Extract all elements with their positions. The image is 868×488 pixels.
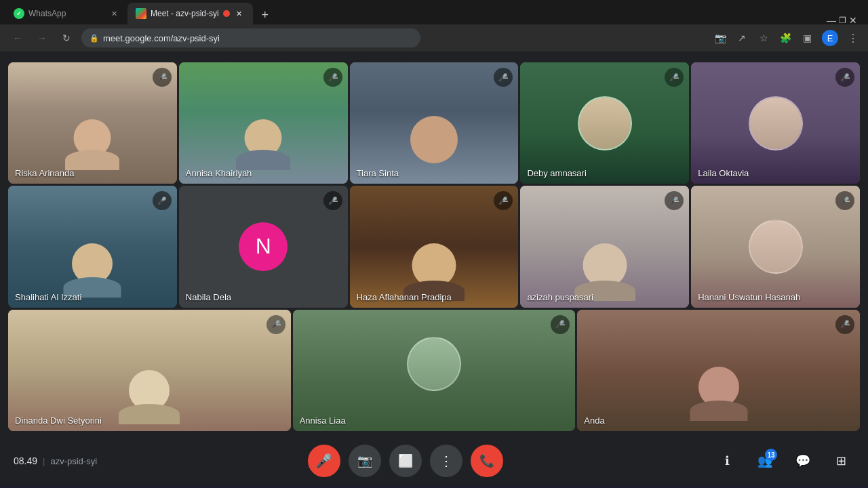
tile-annisa-k: 🎤̶ Annisa Khairiyah xyxy=(179,62,348,184)
participants-badge: 13 xyxy=(765,449,777,461)
tile-nabila: N 🎤̶ Nabila Dela xyxy=(179,186,348,307)
tile-shalihati: 🎤 Shalihati Al Izzati xyxy=(8,186,177,307)
chat-icon: 💬 xyxy=(795,453,810,468)
meeting-info: 08.49 | azv-psid-syi xyxy=(14,455,97,466)
tile-haza: 🎤̶ Haza Aflahanan Pradipa xyxy=(350,186,519,307)
url-text: meet.google.com/azv-psid-syi xyxy=(103,33,412,43)
end-call-button[interactable]: 📞 xyxy=(471,445,503,477)
controls-center: 🎤 📷 ⬜ ⋮ 📞 xyxy=(97,445,713,477)
name-hanani: Hanani Uswatun Hasanah xyxy=(698,292,800,302)
browser-toolbar: 📷 ↗ ☆ 🧩 ▣ E ⋮ xyxy=(713,30,860,46)
name-annisa-k: Annisa Khairiyah xyxy=(186,168,252,178)
extension-icon[interactable]: 🧩 xyxy=(778,31,792,45)
tile-riska: 🎤̶ Riska Arinanda xyxy=(8,62,177,184)
meeting-time: 08.49 xyxy=(14,455,37,466)
recording-indicator xyxy=(223,10,230,17)
restore-button[interactable]: ❐ xyxy=(838,16,846,24)
share-icon[interactable]: ↗ xyxy=(735,31,749,45)
taskbar: 🔍 ⊞ 🌐 📁 🛡 🔵 📂 🟧 ☀ 28°C Kabut ▲ 📶 🔊 🔋 8:4… xyxy=(0,485,868,488)
tile-hanani: 🎤̶ Hanani Uswatun Hasanah xyxy=(691,186,860,307)
time-divider: | xyxy=(43,456,45,466)
mic-off-badge-nabila: 🎤̶ xyxy=(323,191,342,210)
more-options-button[interactable]: ⋮ xyxy=(430,445,462,477)
tab-bar: ✓ WhatsApp ✕ Meet - azv-psid-syi ✕ + — ❐… xyxy=(0,0,868,24)
name-laila: Laila Oktavia xyxy=(698,168,749,178)
mic-off-badge-annisa-k: 🎤̶ xyxy=(323,68,342,87)
name-dinanda: Dinanda Dwi Setyorini xyxy=(15,415,102,426)
tile-tiara: 🎤̶ Tiara Sinta xyxy=(350,62,519,184)
tile-anda: 🎤̶ Anda xyxy=(577,310,860,431)
close-window-button[interactable]: ✕ xyxy=(849,16,857,24)
minimize-button[interactable]: — xyxy=(827,16,835,24)
video-grid: 🎤̶ Riska Arinanda 🎤̶ Annisa Khairiyah 🎤̶… xyxy=(0,52,868,436)
forward-button[interactable]: → xyxy=(33,28,52,47)
cast-icon[interactable]: 📷 xyxy=(713,31,727,45)
whatsapp-tab-close[interactable]: ✕ xyxy=(108,8,119,19)
meet-tab-title: Meet - azv-psid-syi xyxy=(151,9,219,18)
present-icon: ⬜ xyxy=(398,453,413,468)
participants-button[interactable]: 👥 13 xyxy=(751,447,778,474)
meet-container: 🎤̶ Riska Arinanda 🎤̶ Annisa Khairiyah 🎤̶… xyxy=(0,52,868,485)
bookmark-icon[interactable]: ☆ xyxy=(757,31,770,45)
mic-off-badge-annisa-liaa: 🎤̶ xyxy=(551,315,570,334)
lock-icon: 🔒 xyxy=(90,34,99,43)
name-nabila: Nabila Dela xyxy=(186,292,231,302)
browser-chrome: ✓ WhatsApp ✕ Meet - azv-psid-syi ✕ + — ❐… xyxy=(0,0,868,52)
tile-annisa-liaa: 🎤̶ Annisa Liaa xyxy=(293,310,576,431)
grid-row-3: 🎤̶ Dinanda Dwi Setyorini 🎤̶ Annisa Liaa … xyxy=(8,310,860,431)
back-button[interactable]: ← xyxy=(8,28,27,47)
avatar-nabila: N xyxy=(239,222,288,271)
profile-avatar[interactable]: E xyxy=(822,30,838,46)
name-anda: Anda xyxy=(584,415,604,426)
info-icon: ℹ xyxy=(725,453,730,468)
tile-azizah: 🎤̶ azizah puspasari xyxy=(520,186,689,307)
new-tab-button[interactable]: + xyxy=(256,5,275,24)
tile-deby: 🎤̶ Deby amnasari xyxy=(520,62,689,184)
address-bar: ← → ↻ 🔒 meet.google.com/azv-psid-syi 📷 ↗… xyxy=(0,24,868,52)
camera-icon: 📷 xyxy=(357,453,372,468)
avatar-deby xyxy=(578,96,632,150)
meeting-code: azv-psid-syi xyxy=(50,456,97,466)
name-shalihati: Shalihati Al Izzati xyxy=(15,292,81,302)
meet-favicon xyxy=(136,8,146,19)
mic-muted-icon: 🎤 xyxy=(315,453,332,469)
mic-off-badge-dinanda: 🎤̶ xyxy=(267,315,285,334)
end-call-icon: 📞 xyxy=(479,453,494,468)
grid-row-2: 🎤 Shalihati Al Izzati N 🎤̶ Nabila Dela 🎤… xyxy=(8,186,860,307)
name-tiara: Tiara Sinta xyxy=(357,168,399,178)
name-riska: Riska Arinanda xyxy=(15,168,74,178)
avatar-laila xyxy=(749,96,803,150)
info-button[interactable]: ℹ xyxy=(713,447,741,474)
mic-off-badge-shalihati: 🎤 xyxy=(153,191,172,210)
grid-row-1: 🎤̶ Riska Arinanda 🎤̶ Annisa Khairiyah 🎤̶… xyxy=(8,62,860,184)
controls-bar: 08.49 | azv-psid-syi 🎤 📷 ⬜ ⋮ 📞 xyxy=(0,436,868,485)
mic-off-badge-riska: 🎤̶ xyxy=(153,68,172,87)
mute-button[interactable]: 🎤 xyxy=(308,445,340,477)
activities-button[interactable]: ⊞ xyxy=(827,447,854,474)
mic-off-badge-laila: 🎤̶ xyxy=(835,68,854,87)
avatar-annisa-liaa xyxy=(407,337,461,391)
name-annisa-liaa: Annisa Liaa xyxy=(300,415,346,426)
mic-off-badge-anda: 🎤̶ xyxy=(835,315,854,334)
tab-meet[interactable]: Meet - azv-psid-syi ✕ xyxy=(127,3,253,24)
more-icon: ⋮ xyxy=(439,453,453,469)
mic-off-badge-deby: 🎤̶ xyxy=(665,68,684,87)
whatsapp-tab-title: WhatsApp xyxy=(28,9,104,18)
activities-icon: ⊞ xyxy=(836,453,846,468)
chat-button[interactable]: 💬 xyxy=(789,447,816,474)
tab-whatsapp[interactable]: ✓ WhatsApp ✕ xyxy=(5,3,127,24)
present-button[interactable]: ⬜ xyxy=(389,445,422,477)
name-deby: Deby amnasari xyxy=(527,168,586,178)
whatsapp-favicon: ✓ xyxy=(14,8,24,19)
tile-laila: 🎤̶ Laila Oktavia xyxy=(691,62,860,184)
avatar-hanani xyxy=(749,220,803,274)
refresh-button[interactable]: ↻ xyxy=(57,28,76,47)
name-haza: Haza Aflahanan Pradipa xyxy=(357,292,452,302)
controls-right: ℹ 👥 13 💬 ⊞ xyxy=(713,447,854,474)
more-menu-icon[interactable]: ⋮ xyxy=(846,31,860,45)
sidebar-icon[interactable]: ▣ xyxy=(800,31,814,45)
meet-tab-close[interactable]: ✕ xyxy=(234,8,245,19)
name-azizah: azizah puspasari xyxy=(527,292,593,302)
camera-button[interactable]: 📷 xyxy=(349,445,381,477)
url-bar[interactable]: 🔒 meet.google.com/azv-psid-syi xyxy=(81,28,420,47)
